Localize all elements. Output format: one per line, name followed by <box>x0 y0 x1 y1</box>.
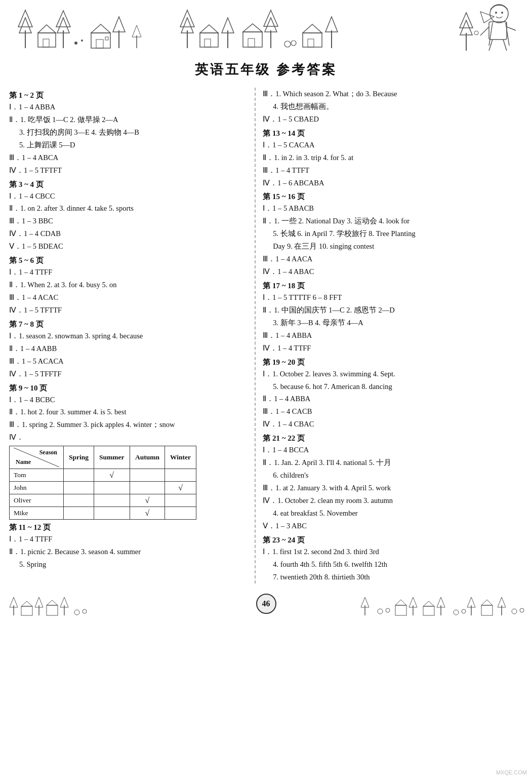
p11-i1: Ⅰ．1 – 4 TTFF <box>9 533 250 546</box>
svg-marker-39 <box>325 17 338 32</box>
svg-line-46 <box>480 27 489 35</box>
p5-ii1: Ⅱ．1. When 2. at 3. for 4. busy 5. on <box>9 279 250 291</box>
table-cell-john-autumn <box>130 482 165 494</box>
table-cell-tom-spring <box>64 469 94 482</box>
checkmark-tom-summer: √ <box>109 471 114 479</box>
p13-i1: Ⅰ．1 – 5 CACAA <box>263 139 523 151</box>
page-wrapper: 英语五年级 参考答案 第 1 ~ 2 页 Ⅰ．1 – 4 ABBA Ⅱ．1. 吃… <box>0 0 532 778</box>
table-cell-tom-winter <box>165 469 196 482</box>
p17-iv1: Ⅳ．1 – 4 TTFF <box>263 342 523 355</box>
table-header-season: Season <box>39 449 57 456</box>
p15-ii2: 5. 长城 6. in April 7. 学校旅行 8. Tree Planti… <box>263 228 523 240</box>
svg-rect-24 <box>204 39 211 47</box>
r-p11-iv1: Ⅳ．1 – 5 CBAED <box>263 113 523 126</box>
svg-point-34 <box>291 41 296 46</box>
table-cell-oliver-autumn: √ <box>130 494 165 507</box>
svg-rect-37 <box>308 39 314 47</box>
p23-i1: Ⅰ．1. first 1st 2. second 2nd 3. third 3r… <box>263 546 523 558</box>
table-header-spring: Spring <box>64 446 94 469</box>
svg-rect-60 <box>47 605 58 615</box>
table-cell-oliver-summer <box>94 494 130 507</box>
svg-point-9 <box>74 42 77 45</box>
svg-point-87 <box>520 608 524 612</box>
p23-i2: 4. fourth 4th 5. fifth 5th 6. twelfth 12… <box>263 559 523 571</box>
table-cell-tom-name: Tom <box>10 469 64 482</box>
svg-rect-82 <box>481 605 493 615</box>
p23-i3: 7. twentieth 20th 8. thirtieth 30th <box>263 571 523 584</box>
svg-rect-56 <box>21 606 32 615</box>
p21-iv1: Ⅳ．1. October 2. clean my room 3. autumn <box>263 495 523 507</box>
main-content: 第 1 ~ 2 页 Ⅰ．1 – 4 ABBA Ⅱ．1. 吃早饭 1—C 2. 做… <box>0 88 532 584</box>
p21-ii1: Ⅱ．1. Jan. 2. April 3. I'll 4. national 5… <box>263 457 523 469</box>
svg-marker-57 <box>21 601 32 606</box>
svg-point-86 <box>512 609 517 614</box>
r-p11-iii1: Ⅲ．1. Which season 2. What；do 3. Because <box>263 88 523 100</box>
p19-i2: 5. because 6. hot 7. American 8. dancing <box>263 381 523 393</box>
table-row-oliver: Oliver √ <box>10 494 196 507</box>
table-cell-mike-autumn: √ <box>130 507 165 520</box>
section-p9-10-heading: 第 9 ~ 10 页 <box>9 383 250 393</box>
svg-marker-75 <box>423 601 434 606</box>
p21-iii1: Ⅲ．1. at 2. January 3. with 4. April 5. w… <box>263 482 523 494</box>
svg-rect-29 <box>248 38 255 47</box>
svg-rect-3 <box>38 33 56 47</box>
svg-point-78 <box>454 610 459 615</box>
table-cell-john-winter: √ <box>165 482 196 494</box>
svg-point-65 <box>83 609 87 613</box>
p9-iv-label: Ⅳ． <box>9 432 250 444</box>
svg-point-10 <box>81 40 83 42</box>
p15-ii3: Day 9. 在三月 10. singing contest <box>263 241 523 253</box>
table-row-tom: Tom √ <box>10 469 196 482</box>
p13-ii1: Ⅱ．1. in 2. in 3. trip 4. for 5. at <box>263 152 523 164</box>
section-p23-24-heading: 第 23 ~ 24 页 <box>263 535 523 545</box>
svg-point-33 <box>284 41 291 47</box>
p9-iii1: Ⅲ．1. spring 2. Summer 3. pick apples 4. … <box>9 419 250 431</box>
svg-rect-70 <box>395 605 406 615</box>
p1-ii3: 5. 上舞蹈课 5—D <box>9 139 250 151</box>
table-cell-oliver-winter <box>165 494 196 507</box>
season-table: Season Name Spring Summer Autumn Winter … <box>9 446 196 520</box>
svg-line-45 <box>503 40 507 51</box>
right-column: Ⅲ．1. Which season 2. What；do 3. Because … <box>256 88 523 584</box>
svg-point-68 <box>378 609 383 614</box>
table-cell-oliver-spring <box>64 494 94 507</box>
p21-i1: Ⅰ．1 – 4 BCCA <box>263 444 523 456</box>
p3-v1: Ⅴ．1 – 5 BDEAC <box>9 241 250 253</box>
p15-iii1: Ⅲ．1 – 4 AACA <box>263 253 523 265</box>
svg-rect-35 <box>303 33 322 47</box>
table-cell-tom-summer: √ <box>94 469 130 482</box>
r-p11-iii2: 4. 我也想画幅画。 <box>263 101 523 113</box>
p1-iii1: Ⅲ．1 – 4 ABCA <box>9 152 250 164</box>
table-header-name: Name <box>16 458 31 466</box>
table-cell-john-spring <box>64 482 94 494</box>
svg-marker-71 <box>395 600 406 605</box>
p5-iv1: Ⅳ．1 – 5 TFTTF <box>9 304 250 317</box>
svg-marker-36 <box>303 24 322 33</box>
p15-ii1: Ⅱ．1. 一些 2. National Day 3. 运动会 4. look f… <box>263 215 523 227</box>
bottom-left-svg <box>0 591 250 619</box>
svg-rect-5 <box>43 39 49 47</box>
bottom-right-svg <box>355 591 527 619</box>
table-row-mike: Mike √ <box>10 507 196 520</box>
p19-i1: Ⅰ．1. October 2. leaves 3. swimming 4. Se… <box>263 368 523 380</box>
svg-rect-27 <box>243 32 262 47</box>
table-cell-mike-winter <box>165 507 196 520</box>
svg-point-41 <box>495 12 497 14</box>
svg-point-42 <box>501 12 503 14</box>
p13-iv1: Ⅳ．1 – 6 ABCABA <box>263 177 523 189</box>
table-header-winter: Winter <box>165 446 196 469</box>
page-number: 46 <box>256 594 276 614</box>
checkmark-mike-autumn: √ <box>145 509 150 517</box>
svg-point-49 <box>474 31 478 35</box>
p17-iii1: Ⅲ．1 – 4 ABBA <box>263 330 523 342</box>
p17-ii1: Ⅱ．1. 中国的国庆节 1—C 2. 感恩节 2—D <box>263 304 523 317</box>
svg-marker-83 <box>481 600 493 605</box>
p9-i1: Ⅰ．1 – 4 BCBC <box>9 394 250 406</box>
p11-ii2: 5. Spring <box>9 559 250 571</box>
p17-i1: Ⅰ．1 – 5 TTTTF 6 – 8 FFT <box>263 292 523 304</box>
p19-iv1: Ⅳ．1 – 4 CBAC <box>263 418 523 431</box>
svg-marker-18 <box>132 25 141 37</box>
svg-marker-23 <box>200 25 218 33</box>
p7-ii1: Ⅱ．1 – 4 AABB <box>9 343 250 355</box>
svg-point-69 <box>386 608 390 612</box>
